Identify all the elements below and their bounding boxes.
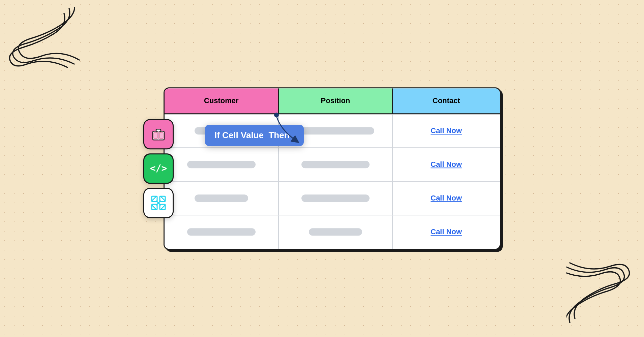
table: Customer Position Contact <box>165 88 500 249</box>
tooltip-popup: If Cell Value_Then_ <box>205 125 304 146</box>
table-row: Call Now <box>165 148 500 181</box>
table-row: Call Now <box>165 181 500 215</box>
svg-rect-4 <box>154 132 157 139</box>
data-table: If Cell Value_Then_ Customer Position Co… <box>164 87 501 250</box>
svg-line-12 <box>152 205 156 209</box>
pink-box-icon[interactable] <box>143 119 174 149</box>
contact-header: Contact <box>392 88 500 114</box>
customer-cell-4 <box>165 215 279 249</box>
placeholder-bar <box>187 228 255 236</box>
decorative-squiggle-bottom-right <box>566 256 634 324</box>
white-expand-icon[interactable] <box>143 188 174 218</box>
placeholder-bar <box>301 194 370 202</box>
placeholder-bar <box>301 161 370 168</box>
code-brackets-icon: </> <box>150 163 167 174</box>
position-cell-2 <box>279 148 392 181</box>
expand-icon <box>150 194 167 211</box>
position-header: Position <box>279 88 392 114</box>
svg-line-11 <box>161 196 165 201</box>
position-cell-4 <box>279 215 392 249</box>
customer-cell-2 <box>165 148 279 181</box>
call-now-link-2[interactable]: Call Now <box>431 160 462 168</box>
call-now-link-1[interactable]: Call Now <box>431 126 462 135</box>
customer-header: Customer <box>165 88 279 114</box>
svg-line-10 <box>152 196 156 201</box>
contact-cell-3: Call Now <box>392 181 500 215</box>
placeholder-bar <box>195 194 248 202</box>
suitcase-icon <box>150 126 167 143</box>
tooltip-text: If Cell Value_Then_ <box>214 130 294 140</box>
placeholder-bar <box>187 161 255 168</box>
customer-cell-3 <box>165 181 279 215</box>
decorative-squiggle-top-left <box>7 7 81 74</box>
contact-cell-4: Call Now <box>392 215 500 249</box>
green-code-icon[interactable]: </> <box>143 153 174 184</box>
svg-line-13 <box>161 205 165 209</box>
placeholder-bar <box>297 127 374 134</box>
placeholder-bar <box>309 228 362 236</box>
position-cell-3 <box>279 181 392 215</box>
call-now-link-4[interactable]: Call Now <box>431 227 462 236</box>
svg-rect-5 <box>159 132 163 139</box>
contact-cell-1: Call Now <box>392 114 500 148</box>
call-now-link-3[interactable]: Call Now <box>431 194 462 202</box>
table-row: Call Now <box>165 215 500 249</box>
main-container: </> <box>143 87 501 250</box>
contact-cell-2: Call Now <box>392 148 500 181</box>
icons-column: </> <box>143 119 174 218</box>
arrow-dot <box>274 113 279 117</box>
